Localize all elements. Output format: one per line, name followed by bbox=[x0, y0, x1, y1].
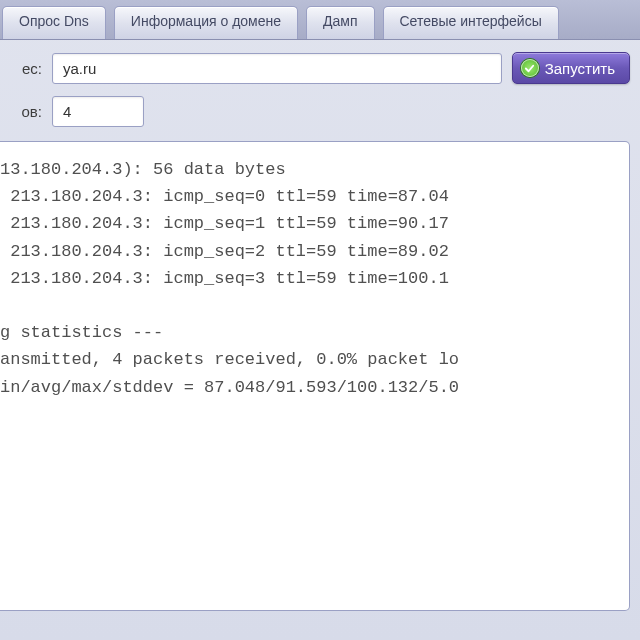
count-label: oв: bbox=[8, 103, 42, 120]
tab-domain-info[interactable]: Информация о домене bbox=[114, 6, 298, 39]
tab-label: Дамп bbox=[323, 13, 357, 29]
address-row: eс: Запустить bbox=[8, 52, 630, 84]
tab-label: Информация о домене bbox=[131, 13, 281, 29]
count-row: oв: bbox=[8, 96, 630, 127]
tab-label: Опрос Dns bbox=[19, 13, 89, 29]
tab-strip: Опрос Dns Информация о домене Дамп Сетев… bbox=[0, 0, 640, 40]
count-input[interactable] bbox=[52, 96, 144, 127]
ping-output: 13.180.204.3): 56 data bytes 213.180.204… bbox=[0, 141, 630, 611]
check-circle-icon bbox=[521, 59, 539, 77]
address-label: eс: bbox=[8, 60, 42, 77]
ping-panel: eс: Запустить oв: 13.180.204.3): 56 data… bbox=[0, 40, 640, 621]
tab-label: Сетевые интерфейсы bbox=[400, 13, 542, 29]
tab-dns-query[interactable]: Опрос Dns bbox=[2, 6, 106, 39]
run-button[interactable]: Запустить bbox=[512, 52, 630, 84]
tab-dump[interactable]: Дамп bbox=[306, 6, 374, 39]
run-button-label: Запустить bbox=[545, 60, 615, 77]
tab-network-interfaces[interactable]: Сетевые интерфейсы bbox=[383, 6, 559, 39]
address-input[interactable] bbox=[52, 53, 502, 84]
